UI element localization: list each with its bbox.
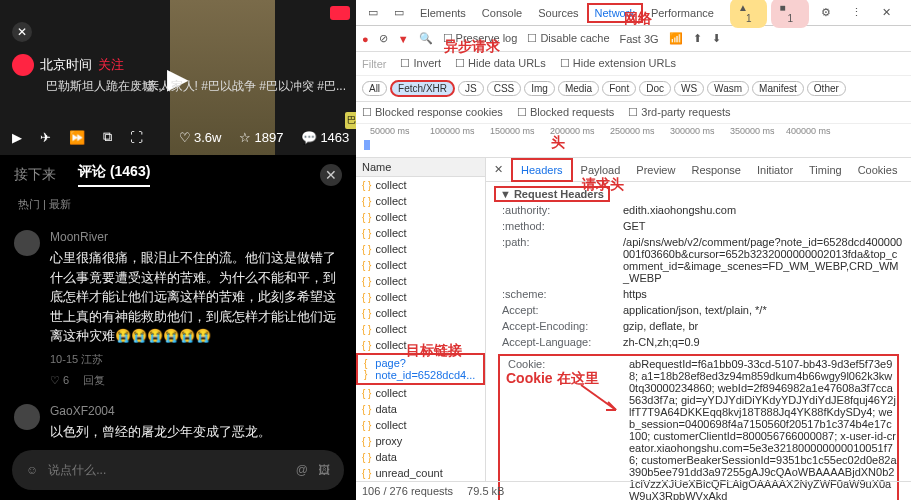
channel-name[interactable]: 北京时间	[40, 56, 92, 74]
like-icon[interactable]: ♡ 6	[50, 374, 69, 387]
request-row[interactable]: { }collect	[356, 257, 485, 273]
request-row[interactable]: { }collect	[356, 209, 485, 225]
record-icon[interactable]: ●	[362, 33, 369, 45]
device-icon[interactable]: ▭	[386, 2, 412, 23]
chip-wasm[interactable]: Wasm	[707, 81, 749, 96]
dtab-headers[interactable]: Headers	[511, 158, 573, 182]
third-party-checkbox[interactable]: ☐ 3rd-party requests	[628, 106, 730, 119]
chip-fetchxhr[interactable]: Fetch/XHR	[390, 80, 455, 97]
avatar[interactable]	[14, 230, 40, 256]
dtab-response[interactable]: Response	[683, 160, 749, 180]
download-icon[interactable]: ⬇	[712, 32, 721, 45]
chip-other[interactable]: Other	[807, 81, 846, 96]
video-player[interactable]: 巴勒斯坦人跪在废墟中徒手挖尸体 ▶ ✕ 北京时间 关注 巴勒斯坦人跪在废墟中徒手…	[0, 0, 356, 155]
blocked-requests-checkbox[interactable]: ☐ Blocked requests	[517, 106, 614, 119]
comments-list: MoonRiver 心里很痛很痛，眼泪止不住的流。他们这是做错了什么事竟要遭受这…	[0, 214, 356, 444]
tab-console[interactable]: Console	[474, 3, 530, 23]
upload-icon[interactable]: ⬆	[693, 32, 702, 45]
speed-icon[interactable]: ⏩	[69, 130, 85, 145]
list-header[interactable]: Name	[356, 158, 485, 177]
comment-stat[interactable]: 💬 1463	[301, 130, 349, 145]
tab-performance[interactable]: Performance	[643, 3, 722, 23]
comment-author[interactable]: MoonRiver	[50, 230, 342, 244]
filter-row: Filter ☐ Invert ☐ Hide data URLs ☐ Hide …	[356, 52, 911, 76]
request-row[interactable]: { }data	[356, 401, 485, 417]
fullscreen-icon[interactable]: ⛶	[130, 130, 143, 145]
hide-data-checkbox[interactable]: ☐ Hide data URLs	[455, 57, 546, 70]
request-row[interactable]: { }collect	[356, 225, 485, 241]
chip-css[interactable]: CSS	[487, 81, 522, 96]
invert-checkbox[interactable]: ☐ Invert	[400, 57, 441, 70]
throttle-select[interactable]: Fast 3G	[620, 33, 659, 45]
at-icon[interactable]: @	[296, 463, 308, 477]
filter-icon[interactable]: ▼	[398, 33, 409, 45]
follow-button[interactable]: 关注	[98, 56, 124, 74]
dtab-timing[interactable]: Timing	[801, 160, 850, 180]
comment-input[interactable]: ☺ 说点什么... @ 🖼	[12, 450, 344, 490]
timeline[interactable]: 50000 ms 100000 ms 150000 ms 200000 ms 2…	[356, 124, 911, 158]
disable-cache-checkbox[interactable]: ☐ Disable cache	[527, 32, 609, 45]
avatar[interactable]	[14, 404, 40, 430]
request-icon: { }	[362, 340, 371, 351]
request-row[interactable]: { }collect	[356, 385, 485, 401]
gear-icon[interactable]: ⚙	[813, 2, 839, 23]
tab-comments[interactable]: 评论 (1463)	[78, 163, 150, 187]
tab-elements[interactable]: Elements	[412, 3, 474, 23]
comment-sort[interactable]: 热门 | 最新	[0, 195, 356, 214]
error-badge[interactable]: ■ 1	[771, 0, 809, 28]
request-row[interactable]: { }proxy	[356, 433, 485, 449]
chip-img[interactable]: Img	[524, 81, 555, 96]
hide-ext-checkbox[interactable]: ☐ Hide extension URLs	[560, 57, 676, 70]
image-icon[interactable]: 🖼	[318, 463, 330, 477]
pip-icon[interactable]: ⧉	[103, 129, 112, 145]
chip-all[interactable]: All	[362, 81, 387, 96]
close-detail-icon[interactable]: ✕	[486, 159, 511, 180]
chip-manifest[interactable]: Manifest	[752, 81, 804, 96]
like-stat[interactable]: ♡ 3.6w	[179, 130, 221, 145]
preserve-log-checkbox[interactable]: ☐ Preserve log	[443, 32, 518, 45]
request-row[interactable]: { }collect	[356, 193, 485, 209]
request-row[interactable]: { }collect	[356, 337, 485, 353]
comment-author[interactable]: GaoXF2004	[50, 404, 342, 418]
dtab-initiator[interactable]: Initiator	[749, 160, 801, 180]
wifi-icon[interactable]: 📶	[669, 32, 683, 45]
request-row[interactable]: { }page?note_id=6528dcd4...	[356, 353, 485, 385]
dtab-preview[interactable]: Preview	[628, 160, 683, 180]
request-row[interactable]: { }collect	[356, 241, 485, 257]
request-row[interactable]: { }collect	[356, 305, 485, 321]
clear-icon[interactable]: ⊘	[379, 32, 388, 45]
tab-network[interactable]: Network	[587, 3, 643, 23]
request-row[interactable]: { }collect	[356, 417, 485, 433]
search-icon[interactable]: 🔍	[419, 32, 433, 45]
chip-ws[interactable]: WS	[674, 81, 704, 96]
chip-media[interactable]: Media	[558, 81, 599, 96]
request-row[interactable]: { }collect	[356, 289, 485, 305]
request-row[interactable]: { }collect	[356, 321, 485, 337]
request-row[interactable]: { }collect	[356, 177, 485, 193]
reply-button[interactable]: 回复	[83, 373, 105, 388]
filter-input[interactable]: Filter	[362, 58, 386, 70]
more-icon[interactable]: ⋮	[843, 2, 870, 23]
fav-stat[interactable]: ☆ 1897	[239, 130, 283, 145]
play-small-icon[interactable]: ▶	[12, 130, 22, 145]
blocked-cookies-checkbox[interactable]: ☐ Blocked response cookies	[362, 106, 503, 119]
emoji-icon[interactable]: ☺	[26, 463, 38, 477]
chip-font[interactable]: Font	[602, 81, 636, 96]
tab-next[interactable]: 接下来	[14, 166, 56, 184]
request-row[interactable]: { }data	[356, 449, 485, 465]
chip-js[interactable]: JS	[458, 81, 484, 96]
close-icon[interactable]: ✕	[874, 2, 899, 23]
request-row[interactable]: { }collect	[356, 273, 485, 289]
close-icon[interactable]: ✕	[12, 22, 32, 42]
request-headers-section[interactable]: ▼ Request Headers	[494, 186, 610, 202]
inspect-icon[interactable]: ▭	[360, 2, 386, 23]
send-icon[interactable]: ✈	[40, 130, 51, 145]
chip-doc[interactable]: Doc	[639, 81, 671, 96]
request-row[interactable]: { }unread_count	[356, 465, 485, 481]
avatar[interactable]	[12, 54, 34, 76]
dtab-payload[interactable]: Payload	[573, 160, 629, 180]
dtab-cookies[interactable]: Cookies	[850, 160, 906, 180]
close-tabs-icon[interactable]: ✕	[320, 164, 342, 186]
warning-badge[interactable]: ▲ 1	[730, 0, 768, 28]
tab-sources[interactable]: Sources	[530, 3, 586, 23]
